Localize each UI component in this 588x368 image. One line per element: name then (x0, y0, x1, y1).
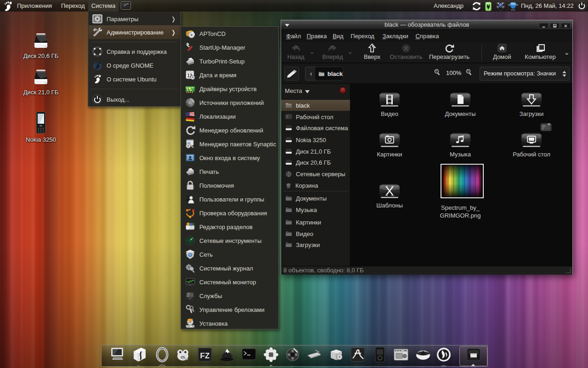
svg-text:FZ: FZ (200, 351, 210, 360)
